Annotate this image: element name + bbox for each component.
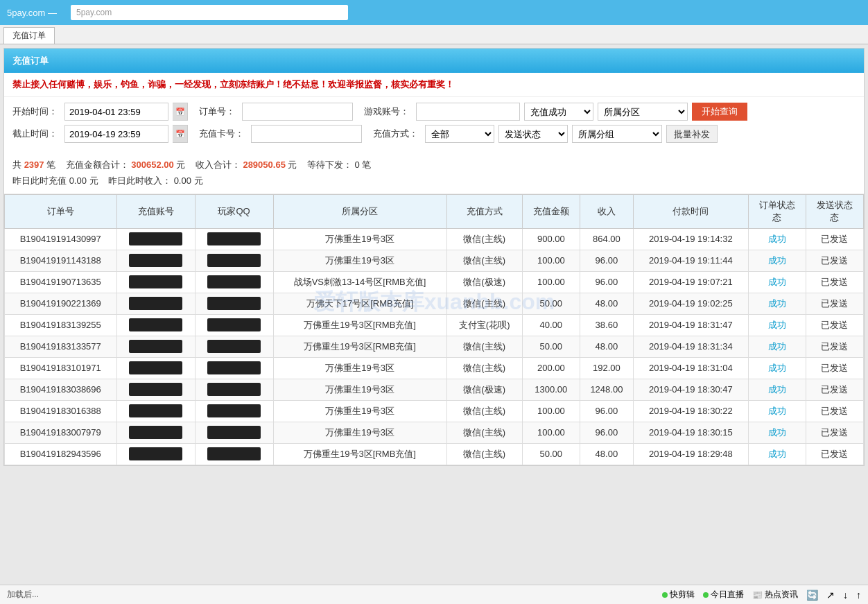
table-cell: ████	[116, 422, 195, 443]
table-cell: 万佛重生19号3区	[273, 379, 446, 400]
table-cell: 50.00	[522, 443, 580, 465]
table-cell: 2019-04-19 18:30:47	[633, 379, 748, 400]
table-cell: 2019-04-19 19:02:25	[633, 293, 748, 314]
game-account-label: 游戏账号：	[364, 105, 409, 118]
table-cell: 2019-04-19 18:31:04	[633, 357, 748, 379]
table-cell: 微信(主线)	[446, 293, 522, 314]
start-date-icon[interactable]: 📅	[173, 103, 188, 121]
table-cell: 成功	[748, 271, 806, 293]
table-cell: 微信(主线)	[446, 400, 522, 422]
col-send-status: 发送状态态	[806, 194, 863, 228]
table-cell: 万佛重生19号3区	[273, 228, 446, 250]
page-title: 充值订单	[12, 55, 49, 66]
col-amount: 充值金额	[522, 194, 580, 228]
table-cell: ████	[195, 357, 273, 379]
table-cell: ████	[195, 271, 273, 293]
table-cell: 已发送	[806, 250, 863, 271]
table-cell: B190419183101971	[5, 357, 117, 379]
table-row: B190419183101971████████万佛重生19号3区微信(主线)2…	[5, 357, 864, 379]
table-cell: 已发送	[806, 271, 863, 293]
table-cell: ████	[195, 293, 273, 314]
table-cell: 2019-04-19 18:31:47	[633, 314, 748, 336]
send-status-select[interactable]: 发送状态	[498, 125, 568, 143]
top-bar: 5pay.com — 5pay.com	[0, 0, 868, 25]
table-cell: B190419183016388	[5, 400, 117, 422]
table-cell: B190419191430997	[5, 228, 117, 250]
table-cell: B190419183133577	[5, 336, 117, 357]
table-cell: 96.00	[580, 250, 633, 271]
table-cell: ████	[116, 336, 195, 357]
table-cell: B190419183038696	[5, 379, 117, 400]
table-cell: 已发送	[806, 422, 863, 443]
table-cell: 已发送	[806, 443, 863, 465]
main-container: 充值订单 禁止接入任何赌博，娱乐，钓鱼，诈骗，一经发现，立刻冻结账户！绝不姑息！…	[3, 48, 865, 466]
table-cell: 已发送	[806, 400, 863, 422]
col-order-status: 订单状态态	[748, 194, 806, 228]
nav-tab-active[interactable]: 充值订单	[3, 27, 55, 44]
table-cell: 万佛天下17号区[RMB充值]	[273, 293, 446, 314]
table-cell: ████	[116, 400, 195, 422]
table-cell: 100.00	[522, 400, 580, 422]
charge-method-label: 充值方式：	[373, 128, 418, 140]
col-order-no: 订单号	[5, 194, 117, 228]
table-cell: 864.00	[580, 228, 633, 250]
table-row: B190419183038696████████万佛重生19号3区微信(极速)1…	[5, 379, 864, 400]
col-method: 充值方式	[446, 194, 522, 228]
table-cell: 192.00	[580, 357, 633, 379]
table-cell: 48.00	[580, 443, 633, 465]
table-cell: 已发送	[806, 357, 863, 379]
summary-area: 共 2397 笔 充值金额合计： 300652.00 元 收入合计： 28905…	[4, 153, 864, 194]
table-cell: 50.00	[522, 293, 580, 314]
table-cell: 微信(极速)	[446, 271, 522, 293]
table-cell: 成功	[748, 293, 806, 314]
end-time-label: 截止时间：	[12, 128, 58, 140]
card-no-input[interactable]	[251, 125, 362, 143]
summary-row-2: 昨日此时充值 0.00 元 昨日此时收入： 0.00 元	[12, 173, 856, 189]
yesterday-income-value: 0.00	[174, 175, 191, 186]
table-cell: 万佛重生19号3区	[273, 357, 446, 379]
page-header: 充值订单	[4, 49, 864, 73]
filter-area: 开始时间： 📅 订单号： 游戏账号： 充值成功 所属分区 开始查询 截止时间： …	[4, 97, 864, 153]
group-select[interactable]: 所属分组	[572, 125, 662, 143]
filter-row-1: 开始时间： 📅 订单号： 游戏账号： 充值成功 所属分区 开始查询	[12, 103, 856, 121]
table-cell: 微信(主线)	[446, 443, 522, 465]
table-cell: ████	[116, 314, 195, 336]
order-no-input[interactable]	[242, 103, 353, 121]
table-cell: 已发送	[806, 314, 863, 336]
col-qq: 玩家QQ	[195, 194, 273, 228]
batch-button[interactable]: 批量补发	[666, 125, 718, 143]
table-cell: 万佛重生19号3区	[273, 422, 446, 443]
charge-status-select[interactable]: 充值成功	[524, 103, 593, 121]
table-cell: ████	[116, 357, 195, 379]
search-button[interactable]: 开始查询	[692, 103, 747, 121]
table-row: B190419182943596████████万佛重生19号3区[RMB充值]…	[5, 443, 864, 465]
table-cell: 万佛重生19号3区[RMB充值]	[273, 336, 446, 357]
end-date-icon[interactable]: 📅	[173, 125, 188, 143]
yesterday-income-label: 昨日此时收入：	[108, 175, 171, 186]
table-row: B190419183016388████████万佛重生19号3区微信(主线)1…	[5, 400, 864, 422]
address-bar[interactable]: 5pay.com	[71, 5, 348, 20]
region-select[interactable]: 所属分区	[598, 103, 688, 121]
income-value: 289050.65	[243, 159, 285, 170]
top-bar-title: 5pay.com —	[7, 8, 57, 18]
charge-method-select[interactable]: 全部	[425, 125, 494, 143]
table-cell: 1248.00	[580, 379, 633, 400]
table-cell: 2019-04-19 19:14:32	[633, 228, 748, 250]
table-cell: B190419191143188	[5, 250, 117, 271]
table-cell: ████	[195, 400, 273, 422]
charge-total-label: 充值金额合计：	[66, 159, 129, 170]
table-cell: 万佛重生19号3区[RMB充值]	[273, 314, 446, 336]
table-cell: 已发送	[806, 228, 863, 250]
table-cell: ████	[195, 379, 273, 400]
table-cell: ████	[195, 422, 273, 443]
table-cell: 2019-04-19 18:30:22	[633, 400, 748, 422]
start-time-input[interactable]	[64, 103, 168, 121]
end-time-input[interactable]	[64, 125, 168, 143]
table-cell: ████	[116, 443, 195, 465]
yesterday-charge-label: 昨日此时充值	[12, 175, 67, 186]
col-pay-time: 付款时间	[633, 194, 748, 228]
table-cell: ████	[195, 336, 273, 357]
game-account-input[interactable]	[416, 103, 520, 121]
pending-value: 0	[355, 159, 360, 170]
table-row: B190419191143188████████万佛重生19号3区微信(主线)1…	[5, 250, 864, 271]
